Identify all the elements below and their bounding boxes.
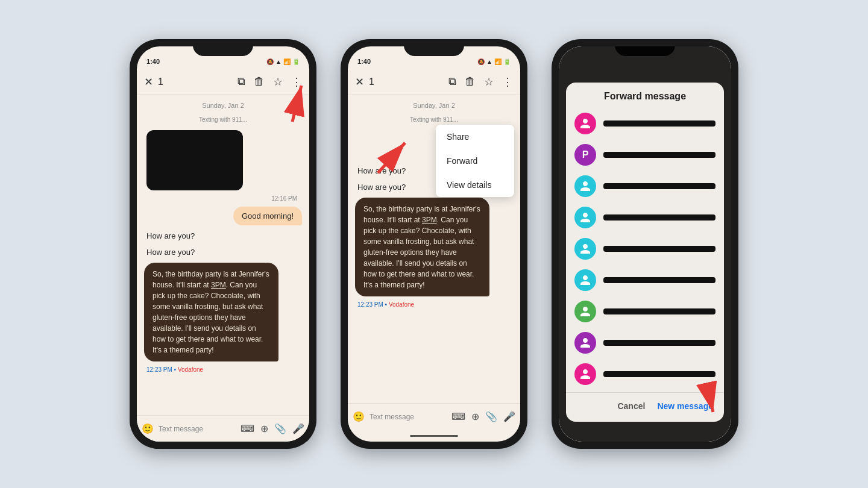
arrow-to-forward [366,125,420,181]
copy-icon[interactable]: ⧉ [237,75,245,88]
status-icons-2: 🔕 ▲ 📶 🔋 [477,58,511,65]
mic-icon[interactable]: 🎤 [292,423,304,434]
phone-notch-2 [404,39,464,56]
input-action-icons-2: ⌨ ⊕ 📎 🎤 [451,411,515,422]
chat-area: Sunday, Jan 2 Texting with 911... 12:16 … [137,95,309,415]
avatar-9 [574,363,596,385]
contact-name-bar [603,246,715,252]
delete-icon-2[interactable]: 🗑 [465,75,476,88]
contact-list: P [566,108,724,390]
svg-line-5 [707,385,713,412]
input-bar: 🙂 Text message ⌨ ⊕ 📎 🎤 [137,415,309,442]
avatar-3 [574,175,596,197]
toolbar-left-2: ✕ 1 [355,75,374,89]
phone-1: 1:40 🔕 ▲ 📶 🔋 ✕ 1 ⧉ 🗑 ☆ ⋮ Sunday, Jan 2 [130,39,316,449]
phone-screen: 1:40 🔕 ▲ 📶 🔋 ✕ 1 ⧉ 🗑 ☆ ⋮ Sunday, Jan 2 [137,46,309,442]
bubble-party-info: So, the birthday party is at Jennifer's … [144,263,278,361]
contact-item[interactable] [566,170,724,202]
cancel-button[interactable]: Cancel [616,399,646,413]
svg-line-1 [292,86,301,122]
context-menu: Share Forward View details [436,125,514,197]
attach-icon-2[interactable]: 📎 [485,411,497,422]
contact-name-bar [603,214,715,221]
forward-message-panel: Forward message P [566,83,724,422]
input-label-2: Text message [370,413,414,421]
input-label: Text message [159,425,203,433]
toolbar-right-2: ⧉ 🗑 ☆ ⋮ [448,75,513,89]
text-input-2[interactable]: Text message [370,413,447,421]
avatar-6 [574,269,596,291]
selected-count-2: 1 [369,77,374,87]
contact-name-bar [603,152,715,158]
contact-item[interactable] [566,108,724,139]
emoji-icon-2[interactable]: 🙂 [353,411,365,422]
vodafone-label-2: 12:23 PM • Vodafone [355,301,513,308]
date-label-2: Sunday, Jan 2 [355,102,513,109]
contact-name-bar [603,183,715,189]
bubble-how-1: How are you? [144,230,197,242]
avatar-8 [574,332,596,354]
phone-notch [193,39,253,56]
contact-item[interactable] [566,264,724,296]
status-icons: 🔕 ▲ 📶 🔋 [266,58,300,65]
more-options-icon-2[interactable]: ⋮ [502,75,513,89]
vodafone-label: 12:23 PM • Vodafone [144,366,302,373]
close-icon-2[interactable]: ✕ [355,75,364,89]
phone-2: 1:40 🔕 ▲ 📶 🔋 ✕ 1 ⧉ 🗑 ☆ ⋮ Sunday, Jan 2 [341,39,527,449]
mic-icon-2[interactable]: 🎤 [503,411,515,422]
forward-title: Forward message [566,83,724,108]
input-bar-2: 🙂 Text message ⌨ ⊕ 📎 🎤 [348,403,520,430]
bubble-good-morning: Good morning! [233,207,302,225]
home-indicator-2 [410,435,458,437]
avatar-2: P [574,144,596,166]
star-icon-2[interactable]: ☆ [484,75,494,89]
contact-name-bar [603,371,715,377]
time-display: 1:40 [146,58,160,65]
close-icon[interactable]: ✕ [144,75,153,89]
arrow-to-new-message [677,379,719,424]
bubble-party-info-2: So, the birthday party is at Jennifer's … [355,198,489,296]
keyboard-icon[interactable]: ⌨ [241,423,254,434]
add-icon[interactable]: ⊕ [260,423,268,434]
contact-item[interactable] [566,202,724,233]
avatar-7 [574,301,596,322]
nav-line-2 [348,430,520,442]
time-label-1: 12:16 PM [144,195,297,202]
phone-screen-3: Forward message P [559,46,731,442]
context-share[interactable]: Share [436,125,514,149]
context-forward[interactable]: Forward [436,149,514,173]
avatar-1 [574,113,596,134]
toolbar-left: ✕ 1 [144,75,163,89]
contact-name-bar [603,340,715,346]
contact-item[interactable] [566,233,724,264]
message-toolbar-2: ✕ 1 ⧉ 🗑 ☆ ⋮ [348,69,520,95]
avatar-4 [574,207,596,228]
input-action-icons: ⌨ ⊕ 📎 🎤 [241,423,304,434]
copy-icon-2[interactable]: ⧉ [448,75,456,88]
blurred-media [146,130,243,190]
add-icon-2[interactable]: ⊕ [471,411,479,422]
bubble-how-2: How are you? [144,246,197,258]
selected-count: 1 [158,77,163,87]
sub-label-2: Texting with 911... [355,116,513,123]
attach-icon[interactable]: 📎 [274,423,286,434]
phone-screen-2: 1:40 🔕 ▲ 📶 🔋 ✕ 1 ⧉ 🗑 ☆ ⋮ Sunday, Jan 2 [348,46,520,442]
emoji-icon[interactable]: 🙂 [142,423,154,434]
bubble-how-4: How are you? [355,181,408,193]
contact-name-bar [603,308,715,314]
contact-name-bar [603,120,715,127]
keyboard-icon-2[interactable]: ⌨ [451,411,465,422]
phone-3: Forward message P [552,39,738,449]
time-display-2: 1:40 [357,58,371,65]
context-view-details[interactable]: View details [436,173,514,197]
contact-item[interactable] [566,296,724,327]
avatar-5 [574,238,596,260]
contact-item[interactable] [566,327,724,358]
svg-line-3 [378,143,405,173]
text-input[interactable]: Text message [159,425,236,433]
contact-name-bar [603,277,715,283]
arrow-to-menu [256,80,304,130]
contact-item[interactable]: P [566,139,724,170]
